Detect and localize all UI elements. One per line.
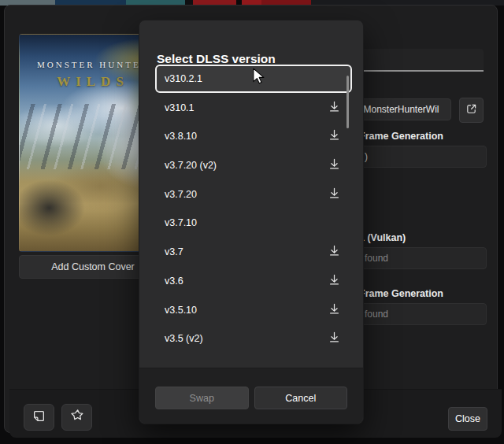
dlss-version-label: v3.7.20 (v2) [165, 160, 328, 171]
add-custom-cover-label: Add Custom Cover [51, 261, 135, 272]
download-icon[interactable] [328, 331, 343, 346]
dlss-version-row[interactable]: v3.8.10 [155, 122, 352, 150]
section-value-dlss-frame-generation: ) [351, 146, 487, 168]
swap-button[interactable]: Swap [155, 387, 249, 409]
dlss-version-row[interactable]: v3.7.20 (v2) [155, 151, 352, 179]
section-heading-vulkan: 1 (Vulkan) [359, 232, 406, 243]
dlss-version-label: v3.5.10 [165, 305, 328, 316]
note-icon [32, 409, 46, 426]
section-value-text: ) [365, 151, 368, 162]
dlss-version-row[interactable]: v3.7 [155, 238, 352, 266]
notes-button[interactable] [24, 404, 54, 431]
dlss-version-label: v3.7.10 [165, 217, 343, 228]
download-icon[interactable] [328, 274, 343, 288]
game-exe-label: MonsterHunterWil [363, 104, 439, 115]
game-exe-button[interactable]: MonsterHunterWil [351, 98, 451, 120]
download-icon[interactable] [328, 245, 343, 259]
dlss-version-label: v310.2.1 [165, 73, 343, 84]
swap-button-label: Swap [190, 393, 214, 404]
download-icon[interactable] [328, 187, 343, 202]
dlss-version-label: v3.8.10 [165, 131, 328, 142]
dlss-version-row[interactable]: v3.6 [155, 267, 352, 295]
favorite-button[interactable] [61, 404, 92, 431]
dlss-version-label: v3.5 (v2) [165, 333, 328, 344]
dlss-version-label: v3.7.20 [165, 189, 328, 200]
download-icon[interactable] [328, 101, 343, 115]
dlss-version-list: v310.2.1v310.1v3.8.10v3.7.20 (v2)v3.7.20… [155, 65, 352, 353]
section-value-text: found [365, 309, 388, 320]
section-heading-xess-frame-generation: Frame Generation [359, 288, 443, 299]
open-external-icon [465, 103, 477, 118]
dlss-version-row[interactable]: v310.2.1 [155, 65, 352, 93]
cancel-button-label: Cancel [285, 393, 316, 404]
dlss-version-label: v310.1 [165, 102, 328, 113]
dlss-version-row[interactable]: v3.7.20 [155, 180, 352, 209]
section-value-xess-frame-generation: found [351, 303, 487, 325]
cancel-button[interactable]: Cancel [254, 387, 348, 409]
dialog-footer: Swap Cancel [139, 368, 363, 424]
scrollbar-thumb[interactable] [346, 76, 349, 128]
section-value-vulkan: found [351, 247, 487, 269]
dlss-version-label: v3.7 [165, 246, 328, 257]
select-dlss-version-dialog: Select DLSS version v310.2.1v310.1v3.8.1… [139, 20, 364, 424]
download-icon[interactable] [328, 158, 343, 172]
section-value-text: found [365, 253, 388, 264]
dlss-version-row[interactable]: v3.5 (v2) [155, 324, 352, 353]
close-button[interactable]: Close [448, 407, 487, 431]
open-external-button[interactable] [459, 98, 484, 123]
download-icon[interactable] [328, 303, 343, 317]
star-icon [70, 409, 84, 426]
close-button-label: Close [455, 413, 480, 424]
download-icon[interactable] [328, 129, 343, 143]
dlss-version-row[interactable]: v3.7.10 [155, 209, 352, 237]
dlss-version-row[interactable]: v3.5.10 [155, 296, 352, 324]
dlss-version-row[interactable]: v310.1 [155, 94, 352, 122]
section-heading-dlss-frame-generation: Frame Generation [359, 131, 443, 142]
dlss-version-label: v3.6 [165, 276, 328, 287]
